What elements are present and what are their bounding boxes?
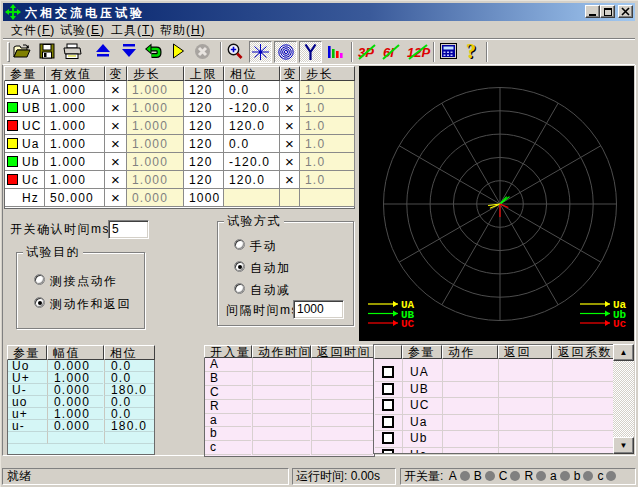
svg-text:UC: UC — [401, 318, 415, 330]
svg-text:Uc: Uc — [613, 318, 626, 330]
